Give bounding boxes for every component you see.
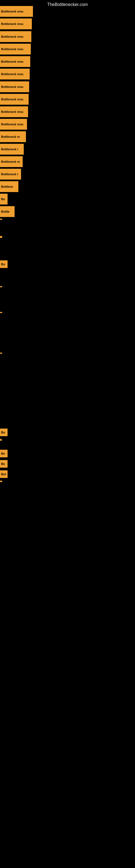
bar-item-19: Bo <box>0 260 8 268</box>
bar-item-9: Bottleneck resu <box>0 119 27 130</box>
bar-label-23: Bo <box>0 429 8 436</box>
bar-label-16: Bottle <box>0 206 14 217</box>
bar-label-4: Bottleneck resu <box>0 56 30 67</box>
bar-label-19: Bo <box>0 260 8 268</box>
bar-label-1: Bottleneck resu <box>0 19 32 29</box>
bar-item-11: Bottleneck r <box>0 144 24 155</box>
bar-item-3: Bottleneck resu <box>0 44 31 55</box>
bar-label-22 <box>0 352 2 354</box>
bar-item-27: Bot <box>0 470 8 478</box>
bar-label-21 <box>0 312 2 313</box>
bar-label-15: Bo <box>0 194 8 205</box>
bar-label-26: Bo <box>0 460 8 468</box>
chart-container: TheBottlenecker.com Bottleneck resuBottl… <box>0 0 135 868</box>
bar-item-6: Bottleneck resu <box>0 82 29 92</box>
bar-label-11: Bottleneck r <box>0 144 24 155</box>
bar-label-3: Bottleneck resu <box>0 44 31 55</box>
bar-label-10: Bottleneck re <box>0 131 26 142</box>
bar-item-4: Bottleneck resu <box>0 56 30 67</box>
bar-item-18 <box>0 236 2 238</box>
bar-item-14: Bottlene <box>0 181 18 192</box>
bar-item-22 <box>0 352 1 353</box>
bar-item-23: Bo <box>0 429 8 436</box>
bar-item-2: Bottleneck resu <box>0 31 31 42</box>
bar-item-10: Bottleneck re <box>0 131 26 142</box>
bar-label-25: Bo <box>0 450 8 457</box>
bar-item-24: B <box>0 439 2 441</box>
bar-label-20 <box>0 286 2 287</box>
bar-label-27: Bot <box>0 470 8 478</box>
bar-item-16: Bottle <box>0 206 14 217</box>
bar-label-28 <box>0 480 2 482</box>
bar-item-5: Bottleneck resu <box>0 69 30 80</box>
bar-label-7: Bottleneck resu <box>0 94 29 105</box>
bar-label-0: Bottleneck resu <box>0 6 33 17</box>
bar-item-0: Bottleneck resu <box>0 6 33 17</box>
bar-label-8: Bottleneck resu <box>0 106 28 117</box>
bar-label-17 <box>0 219 2 220</box>
bar-label-5: Bottleneck resu <box>0 69 30 80</box>
bar-label-14: Bottlene <box>0 181 18 192</box>
bar-label-18 <box>0 236 2 238</box>
bar-item-12: Bottleneck re <box>0 156 23 167</box>
bar-item-25: Bo <box>0 450 8 457</box>
bar-label-6: Bottleneck resu <box>0 82 29 92</box>
bar-label-12: Bottleneck re <box>0 156 23 167</box>
bar-item-21 <box>0 312 1 313</box>
bar-label-13: Bottleneck r <box>0 169 21 180</box>
bar-label-2: Bottleneck resu <box>0 31 31 42</box>
bar-item-13: Bottleneck r <box>0 169 21 180</box>
bar-item-17 <box>0 219 1 219</box>
bar-label-9: Bottleneck resu <box>0 119 27 130</box>
bar-item-8: Bottleneck resu <box>0 106 28 117</box>
bar-item-1: Bottleneck resu <box>0 19 32 29</box>
bar-item-26: Bo <box>0 460 8 468</box>
bar-item-20 <box>0 286 1 287</box>
bar-item-15: Bo <box>0 194 8 205</box>
bar-item-7: Bottleneck resu <box>0 94 29 105</box>
bar-label-24: B <box>0 439 2 441</box>
bar-item-28 <box>0 480 1 482</box>
